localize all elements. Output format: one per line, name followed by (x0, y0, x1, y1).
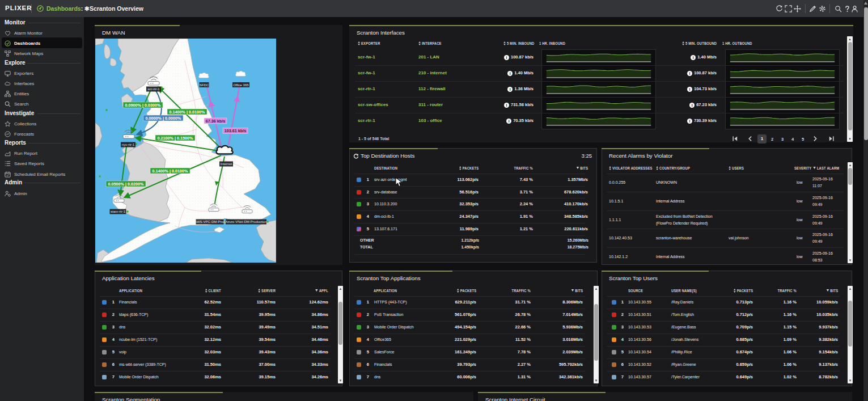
svg-text:nyc-rtr-1: nyc-rtr-1 (122, 143, 135, 146)
svg-text:103.61 kb/s: 103.61 kb/s (225, 128, 246, 133)
svg-text:scr-rtr-1: scr-rtr-1 (148, 87, 160, 91)
svg-text:stam-rtr-1: stam-rtr-1 (111, 210, 126, 213)
svg-text:Internet: Internet (221, 162, 232, 166)
svg-text:67.36 kb/s: 67.36 kb/s (206, 119, 225, 124)
svg-text:Azure-VNet-DM-Production: Azure-VNet-DM-Production (225, 220, 266, 223)
svg-text:0.1400% | 0.0100%: 0.1400% | 0.0100% (153, 168, 188, 174)
svg-text:0.0500% | 0.0200%: 0.0500% | 0.0200% (108, 181, 144, 187)
svg-text:0.0900% | 0.0300%: 0.0900% | 0.0300% (125, 103, 161, 108)
svg-text:Office 365: Office 365 (233, 83, 249, 87)
svg-text:0.2100% | 0.1500%: 0.2100% | 0.1500% (158, 136, 193, 141)
svg-text:AWS-VPC-DM-Prod: AWS-VPC-DM-Prod (194, 220, 225, 223)
svg-text:0.0000% | 0.0000%: 0.0000% | 0.0000% (146, 116, 181, 121)
svg-text:0.1400% | 0.0100%: 0.1400% | 0.0100% (170, 109, 205, 115)
svg-text:SFDC: SFDC (200, 83, 209, 87)
